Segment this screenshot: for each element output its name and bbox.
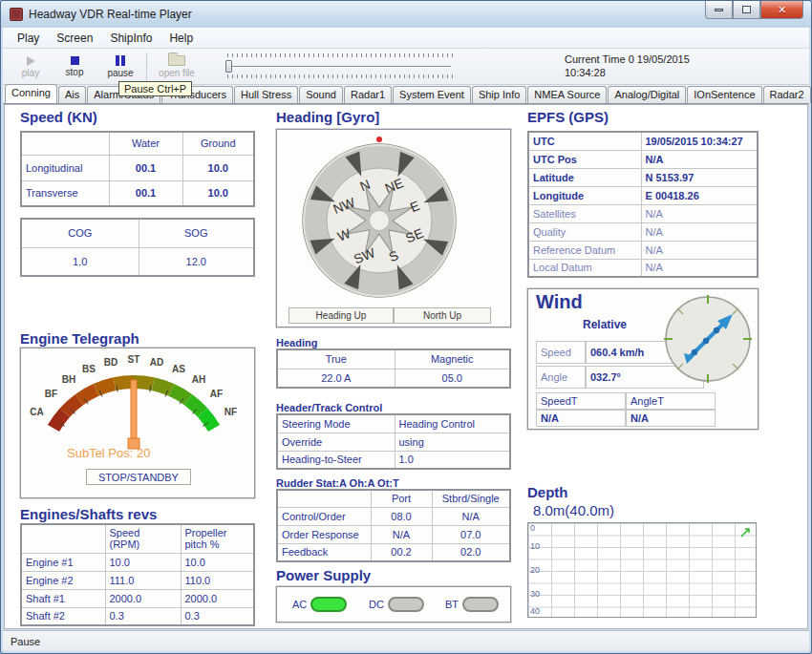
wind-subtitle: Relative: [557, 318, 652, 331]
engine-row-pitch: 0.3: [181, 607, 254, 625]
tab-system-event[interactable]: System Event: [393, 86, 471, 103]
depth-chart: 0 10 20 30 40: [527, 522, 757, 618]
speed-title: Speed (KN): [20, 109, 97, 125]
table-row: UTC Pos N/A: [528, 150, 758, 168]
speed-row-ground: 10.0: [182, 155, 254, 180]
timeline-slider-thumb[interactable]: [225, 60, 232, 73]
open-file-label: open file: [159, 68, 195, 78]
epfs-row-value: N 5153.97: [641, 168, 758, 186]
epfs-row-label: Reference Datum: [528, 241, 641, 259]
heading-table-title: Heading: [276, 337, 317, 348]
play-label: play: [22, 68, 39, 78]
maximize-button[interactable]: [733, 1, 760, 19]
svg-text:CA: CA: [30, 407, 43, 417]
app-window: Headway VDR Real-time Player ✕ Play Scre…: [0, 0, 812, 654]
table-row: Transverse 00.1 10.0: [21, 180, 254, 206]
depth-tick: 20: [530, 566, 540, 575]
speed-col-ground: Ground: [182, 132, 254, 155]
rudder-row-label: Order Response: [277, 525, 371, 543]
tab-conning[interactable]: Conning: [5, 84, 57, 103]
epfs-row-value: N/A: [641, 204, 758, 222]
tab-hull-stress[interactable]: Hull Stress: [234, 86, 298, 103]
track-row-value: using: [395, 432, 510, 451]
speed-row-water: 00.1: [109, 155, 182, 180]
window-controls: ✕: [705, 1, 803, 19]
menu-help[interactable]: Help: [160, 29, 202, 48]
track-row-value: Heading Control: [395, 414, 510, 432]
menu-play[interactable]: Play: [9, 29, 48, 48]
epfs-row-label: Longitude: [528, 186, 641, 204]
table-row: Longitudinal 00.1 10.0: [21, 155, 254, 180]
menu-bar: Play Screen ShipInfo Help: [3, 28, 809, 49]
engine-row-speed: 0.3: [105, 607, 181, 625]
title-bar: Headway VDR Real-time Player ✕: [1, 1, 811, 28]
menu-screen[interactable]: Screen: [48, 29, 101, 48]
timeline-track[interactable]: [229, 66, 451, 68]
table-row: Longitude E 00418.26: [528, 186, 758, 204]
engine-telegraph-panel: CA BF BH BS BD ST AD AS AH AF NF: [20, 348, 255, 498]
track-row-label: Heading-to-Steer: [277, 451, 395, 469]
open-file-icon: [168, 55, 185, 66]
tab-radar2[interactable]: Radar2: [763, 86, 811, 103]
epfs-row-label: Latitude: [528, 168, 641, 186]
rudder-col-stbrd: Stbrd/Single: [432, 490, 510, 507]
engine-row-speed: 111.0: [105, 571, 181, 589]
epfs-row-value: N/A: [641, 150, 758, 168]
timeline-slider[interactable]: [225, 53, 455, 81]
epfs-row-label: Satellites: [528, 204, 641, 222]
timeline-ruler-bottom: [227, 74, 453, 78]
wind-panel: Wind Relative Speed 060.4 km/h Angle 032…: [527, 288, 759, 430]
stop-standby-button[interactable]: STOP/STANDBY: [86, 469, 191, 485]
epfs-row-value: N/A: [641, 259, 758, 277]
speed-row-label: Longitudinal: [21, 155, 109, 180]
timeline-ruler-top: [227, 53, 453, 57]
table-row: Override using: [277, 432, 510, 451]
power-dc: DC: [369, 597, 424, 612]
table-row: Satellites N/A: [528, 204, 758, 222]
power-bt-label: BT: [445, 599, 459, 610]
heading-col-magnetic: Magnetic: [395, 349, 510, 369]
svg-text:BF: BF: [45, 389, 57, 399]
engine-row-pitch: 10.0: [181, 553, 254, 571]
current-time-date: Current Time 0 19/05/2015: [565, 53, 690, 66]
tab-analog-digital[interactable]: Analog/Digital: [608, 86, 686, 103]
minimize-button[interactable]: [705, 1, 733, 19]
heading-up-button[interactable]: Heading Up: [288, 307, 394, 324]
current-time-clock: 10:34:28: [565, 66, 690, 79]
rudder-row-port: N/A: [371, 525, 432, 543]
play-button[interactable]: play: [9, 52, 53, 82]
menu-shipinfo[interactable]: ShipInfo: [101, 29, 160, 48]
tab-nmea-source[interactable]: NMEA Source: [527, 86, 607, 103]
north-up-button[interactable]: North Up: [394, 307, 491, 324]
track-control-table: Steering Mode Heading Control Override u…: [276, 413, 511, 470]
engines-table: Speed (RPM) Propeller pitch % Engine #1 …: [20, 523, 255, 626]
rudder-table: Port Stbrd/Single Control/Order 08.0 N/A…: [276, 489, 511, 562]
table-row: Quality N/A: [528, 222, 758, 241]
stop-button[interactable]: stop: [53, 52, 96, 82]
wind-dial: [660, 291, 756, 387]
power-ac: AC: [292, 597, 347, 612]
tab-ais[interactable]: Ais: [58, 86, 86, 103]
depth-tick: 30: [530, 590, 540, 599]
stop-label: stop: [66, 67, 84, 77]
epfs-row-value: E 00418.26: [641, 186, 758, 204]
table-row: Heading-to-Steer 1.0: [277, 451, 510, 469]
depth-tick: 40: [530, 607, 540, 616]
table-row: Steering Mode Heading Control: [277, 414, 510, 432]
subtel-position: SubTel Pos: 20: [67, 446, 150, 460]
tab-radar1[interactable]: Radar1: [344, 86, 392, 103]
power-bt: BT: [445, 597, 499, 612]
tab-ionsentence[interactable]: IOnSentence: [687, 86, 761, 103]
play-icon: [27, 56, 35, 66]
heading-gyro-title: Heading [Gyro]: [276, 109, 379, 125]
table-row: Engine #1 10.0 10.0: [21, 553, 254, 571]
close-button[interactable]: ✕: [760, 1, 803, 19]
tab-ship-info[interactable]: Ship Info: [472, 86, 526, 103]
pause-button[interactable]: pause: [98, 52, 142, 82]
tab-sound[interactable]: Sound: [299, 86, 343, 103]
open-file-button[interactable]: open file: [150, 52, 203, 82]
status-text: Pause: [11, 636, 40, 647]
wind-speedt-header: SpeedT: [536, 392, 626, 410]
wind-anglet-header: AngleT: [626, 392, 716, 410]
epfs-row-value: N/A: [641, 241, 758, 259]
